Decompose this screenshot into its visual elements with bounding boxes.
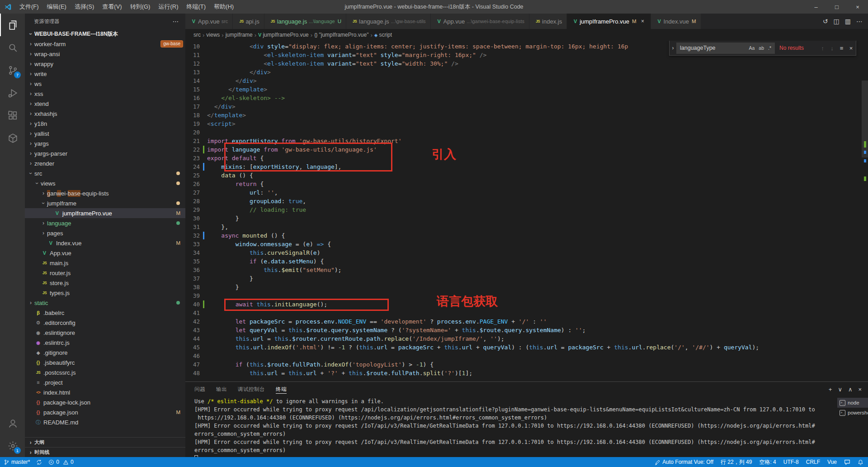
panel-tab-输出[interactable]: 输出 (216, 382, 227, 396)
tree-folder-write[interactable]: ›write (25, 69, 185, 79)
extensions-icon[interactable] (0, 104, 25, 127)
notifications[interactable] (858, 459, 863, 465)
tab-api.js[interactable]: JSapi.js (233, 14, 264, 29)
tree-folder-ganwei-base-equip-lists[interactable]: ›ganwei-base-equip-lists (25, 188, 185, 198)
explorer-icon[interactable] (0, 14, 25, 36)
tab-App.vue[interactable]: VApp.vuesrc (185, 14, 233, 29)
eol[interactable]: CRLF (806, 459, 820, 465)
breadcrumb-item[interactable]: ◈script (374, 32, 392, 38)
timeline-section[interactable]: ›时间线 (25, 447, 185, 457)
tree-folder-src[interactable]: ›src (25, 168, 185, 178)
tree-folder-zrender[interactable]: ›zrender (25, 158, 185, 168)
encoding[interactable]: UTF-8 (783, 459, 799, 465)
tree-folder-worker-farm[interactable]: ›worker-farmgw-base (25, 39, 185, 49)
find-toggle-icon[interactable]: › (670, 44, 676, 52)
code-editor[interactable]: › languageType Aaab.* No results ↑ ↓ ≡ ×… (185, 41, 868, 381)
outline-section[interactable]: ›大纲 (25, 437, 185, 447)
tree-folder-xtend[interactable]: ›xtend (25, 99, 185, 109)
breadcrumb-item[interactable]: views (206, 32, 220, 38)
tree-filter-badge[interactable]: gw-base (160, 40, 183, 48)
indentation[interactable]: 空格: 4 (759, 458, 776, 466)
account-icon[interactable] (0, 412, 25, 434)
tree-folder-y18n[interactable]: ›y18n (25, 119, 185, 129)
tab-jumpIframePro.vue[interactable]: VjumpIframePro.vueM× (567, 14, 651, 29)
tree-folder-pages[interactable]: ›pages (25, 228, 185, 238)
more-actions-icon[interactable]: ⋯ (856, 18, 863, 25)
tree-folder-yargs-parser[interactable]: ›yargs-parser (25, 148, 185, 158)
problems-indicator[interactable]: 0 0 (48, 459, 73, 465)
auto-format-vue[interactable]: Auto Format Vue: Off (655, 459, 713, 465)
cursor-position[interactable]: 行 22，列 49 (721, 458, 752, 466)
maximize-panel-icon[interactable]: ∧ (848, 386, 853, 393)
find-close-icon[interactable]: × (846, 44, 856, 52)
layout-icon[interactable]: ▥ (845, 18, 851, 25)
terminal-dropdown-icon[interactable]: ∨ (838, 386, 842, 393)
tree-folder-static[interactable]: ›static (25, 298, 185, 308)
close-panel-icon[interactable]: × (858, 386, 862, 393)
menu-item[interactable]: 编辑(E) (43, 0, 71, 14)
tree-file-index.html[interactable]: <>index.html (25, 387, 185, 397)
panel-tab-调试控制台[interactable]: 调试控制台 (238, 382, 265, 396)
tree-folder-wrappy[interactable]: ›wrappy (25, 59, 185, 69)
tree-folder-xxhashjs[interactable]: ›xxhashjs (25, 109, 185, 119)
tree-file-.jsbeautifyrc[interactable]: {}.jsbeautifyrc (25, 357, 185, 367)
breadcrumb[interactable]: src›views›jumpIframe›VjumpIframePro.vue›… (185, 29, 868, 41)
terminal-session-node[interactable]: >_node (837, 398, 868, 408)
tree-file-store.js[interactable]: JSstore.js (25, 278, 185, 288)
settings-gear-icon[interactable]: 1 (0, 434, 25, 457)
find-previous-icon[interactable]: ↑ (818, 44, 827, 52)
split-editor-icon[interactable]: ◫ (834, 18, 840, 25)
close-icon[interactable]: × (640, 18, 646, 24)
search-icon[interactable] (0, 36, 25, 59)
sync-button[interactable] (36, 459, 42, 465)
maximize-button[interactable]: □ (826, 0, 847, 14)
source-control-icon[interactable]: 7 (0, 59, 25, 81)
overview-ruler[interactable] (862, 41, 868, 381)
tree-folder-views[interactable]: ›views (25, 178, 185, 188)
find-option-[interactable]: .* (767, 43, 773, 53)
terminal-output[interactable]: Use /* eslint-disable */ to ignore all w… (194, 396, 837, 457)
run-debug-icon[interactable] (0, 81, 25, 104)
tree-file-Index.vue[interactable]: VIndex.vueM (25, 238, 185, 248)
tree-file-router.js[interactable]: JSrouter.js (25, 268, 185, 278)
tree-file-.project[interactable]: ≡.project (25, 377, 185, 387)
close-button[interactable]: × (847, 0, 868, 14)
menu-item[interactable]: 查看(V) (98, 0, 126, 14)
minimize-button[interactable]: – (806, 0, 826, 14)
tree-file-App.vue[interactable]: VApp.vue (25, 248, 185, 258)
tree-file-.postcssrc.js[interactable]: JS.postcssrc.js (25, 367, 185, 377)
tree-file-.eslintignore[interactable]: ◉.eslintignore (25, 328, 185, 338)
tree-file-.editorconfig[interactable]: ⚙.editorconfig (25, 318, 185, 328)
menu-item[interactable]: 文件(F) (15, 0, 43, 14)
git-branch[interactable]: master* (4, 459, 30, 465)
menu-item[interactable]: 运行(R) (154, 0, 182, 14)
tree-file-.babelrc[interactable]: β.babelrc (25, 308, 185, 318)
breadcrumb-item[interactable]: src (193, 32, 201, 38)
package-icon[interactable] (0, 127, 25, 149)
menu-item[interactable]: 转到(G) (126, 0, 155, 14)
tree-folder-ws[interactable]: ›ws (25, 79, 185, 89)
terminal-session-powershell[interactable]: >_powershell (837, 408, 868, 418)
find-in-selection-icon[interactable]: ≡ (837, 44, 846, 52)
workspace-root[interactable]: › WEBUI-BASE-FRAME---I18N版本 (25, 29, 185, 39)
tree-file-.gitignore[interactable]: ◆.gitignore (25, 348, 185, 357)
menu-item[interactable]: 选择(S) (71, 0, 98, 14)
feedback[interactable] (844, 459, 850, 465)
tree-folder-yargs[interactable]: ›yargs (25, 138, 185, 148)
breadcrumb-item[interactable]: {}"jumpIframePro.vue" (314, 32, 368, 38)
menu-item[interactable]: 帮助(H) (210, 0, 238, 14)
breadcrumb-item[interactable]: VjumpIframePro.vue (258, 32, 309, 38)
tab-index.js[interactable]: JSindex.js (529, 14, 567, 29)
tree-file-types.js[interactable]: JStypes.js (25, 288, 185, 298)
find-input[interactable]: languageType Aaab.* (676, 43, 775, 54)
tree-file-package.json[interactable]: {}package.jsonM (25, 407, 185, 417)
tree-folder-jumpIframe[interactable]: ›jumpIframe (25, 198, 185, 208)
tree-file-jumpIframePro.vue[interactable]: VjumpIframePro.vueM (25, 208, 185, 218)
panel-tab-问题[interactable]: 问题 (194, 382, 205, 396)
open-changes-icon[interactable]: ↺ (823, 18, 828, 25)
language-mode[interactable]: Vue (827, 459, 837, 465)
find-option-ab[interactable]: ab (757, 43, 765, 53)
tab-Index.vue[interactable]: VIndex.vueM (651, 14, 701, 29)
panel-tab-终端[interactable]: 终端 (276, 382, 287, 396)
find-next-icon[interactable]: ↓ (827, 44, 837, 52)
